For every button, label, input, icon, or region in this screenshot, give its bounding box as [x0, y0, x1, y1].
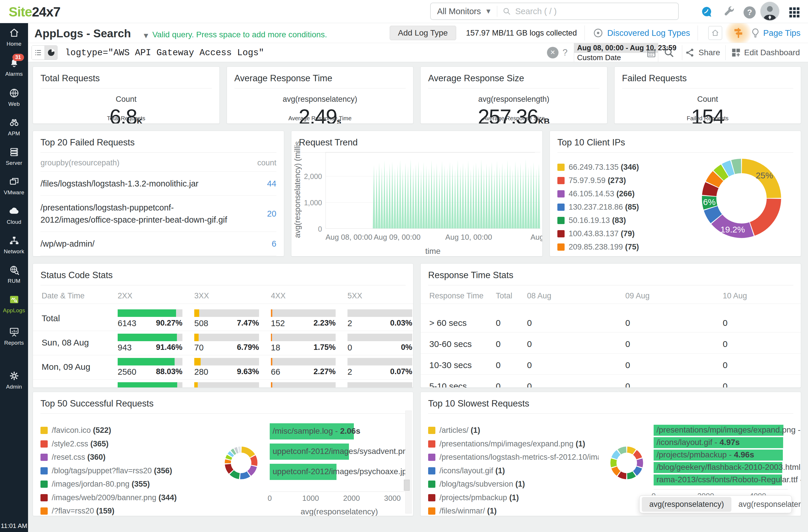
add-log-type-button[interactable]: Add Log Type [390, 26, 456, 40]
legend-item[interactable]: /reset.css (360) [40, 453, 106, 462]
list-view-button[interactable] [32, 46, 44, 59]
donut-slice[interactable] [233, 451, 235, 453]
failed-request-count-link[interactable]: 44 [267, 179, 276, 188]
legend-item[interactable]: /projects/pmbackup (1) [428, 493, 519, 502]
chevron-down-icon[interactable]: ▼ [485, 7, 497, 15]
donut-slice[interactable] [709, 185, 712, 196]
donut-slice[interactable] [239, 450, 240, 450]
legend-item[interactable]: 75.97.9.59 (273) [557, 176, 626, 185]
donut-slice[interactable] [619, 474, 626, 476]
whats-new-icon[interactable] [700, 5, 713, 19]
legend-item[interactable]: 50.16.19.13 (83) [557, 216, 626, 225]
page-tips-link[interactable]: Page Tips [763, 28, 801, 38]
chart-view-button[interactable] [44, 46, 57, 59]
slowest-body-donut[interactable] [608, 444, 645, 482]
donut-slice[interactable] [236, 450, 238, 451]
failed-request-count-link[interactable]: 6 [272, 239, 276, 249]
donut-slice[interactable] [253, 457, 254, 465]
sidebar-item-admin[interactable]: Admin [0, 370, 28, 390]
donut-slice[interactable] [228, 456, 229, 459]
avatar[interactable] [760, 2, 779, 21]
scrollbar-handle[interactable] [404, 480, 410, 491]
donut-slice[interactable] [733, 166, 741, 167]
app-grid-icon[interactable] [788, 6, 801, 19]
sidebar-item-home[interactable]: Home [0, 27, 28, 47]
metric-option-selected[interactable]: avg(responselatency) [642, 497, 731, 512]
donut-slice[interactable] [725, 167, 732, 170]
donut-slice[interactable] [627, 450, 634, 452]
sidebar-item-network[interactable]: Network [0, 235, 28, 255]
legend-item[interactable]: 100.43.83.137 (79) [557, 229, 635, 238]
sidebar-item-rum[interactable]: RUM [0, 264, 28, 284]
mini-donut-chart[interactable] [608, 444, 645, 482]
donut-slice[interactable] [613, 459, 614, 466]
legend-item[interactable]: /style2.css (365) [40, 439, 109, 448]
legend-item[interactable]: /articles/ (1) [428, 426, 480, 435]
date-range-picker[interactable]: Aug 08, 00:00 - Aug 10, 23:59 Custom Dat… [574, 43, 658, 62]
donut-slice[interactable] [719, 170, 725, 176]
donut-slice[interactable] [752, 199, 774, 229]
widget-status-code-stats: Status Code Stats Date & Time2XX3XX4XX5X… [33, 263, 414, 388]
edit-dashboard-button[interactable]: Edit Dashboard [731, 48, 800, 58]
sidebar-item-vmware[interactable]: VMware [0, 176, 28, 196]
donut-slice[interactable] [228, 464, 231, 472]
legend-item[interactable]: /?flav=rss20 (159) [40, 507, 114, 515]
failed-request-count-link[interactable]: 20 [267, 209, 276, 219]
mini-donut-chart[interactable] [222, 444, 260, 482]
legend-item[interactable]: /presentations/mpi/images/expand.png (1) [428, 439, 585, 448]
monitor-filter-dropdown[interactable]: All Monitors [431, 7, 485, 16]
scrollbar[interactable] [405, 410, 412, 513]
query-input[interactable]: logtype="AWS API Gateway Access Logs" [65, 48, 264, 58]
home-dashboard-icon[interactable] [708, 26, 722, 40]
legend-item[interactable]: /images/jordan-80.png (355) [40, 480, 150, 489]
site24x7-logo[interactable]: Site24x7 [9, 4, 60, 20]
donut-slice[interactable] [242, 450, 253, 456]
share-button[interactable]: Share [684, 47, 720, 58]
help-icon[interactable]: ? [743, 6, 756, 19]
legend-item[interactable]: 46.105.14.53 (266) [557, 189, 635, 198]
donut-slice[interactable] [619, 450, 626, 452]
clear-query-icon[interactable]: × [547, 47, 558, 58]
metric-option[interactable]: avg(responselatency) [731, 500, 801, 509]
tools-wrench-icon[interactable] [722, 5, 735, 19]
donut-slice[interactable] [614, 467, 619, 474]
donut-slice[interactable] [712, 176, 718, 184]
donut-slice[interactable] [635, 453, 639, 459]
donut-slice[interactable] [228, 460, 228, 463]
legend-item[interactable]: /files/winmar/ (1) [428, 507, 497, 515]
sidebar-item-server[interactable]: Server [0, 146, 28, 166]
donut-slice[interactable] [240, 474, 248, 476]
sidebar-item-apm[interactable]: APM [0, 117, 28, 137]
page-tips-signpost-icon[interactable] [725, 20, 752, 46]
request-trend-chart[interactable]: 01,0002,000avg(responselatency) (millis.… [291, 131, 542, 256]
donut-slice[interactable] [627, 474, 634, 476]
donut-slice[interactable] [249, 466, 254, 474]
sidebar-item-reports[interactable]: Reports [0, 326, 28, 346]
donut-slice[interactable] [614, 453, 619, 459]
legend-item[interactable]: /favicon.ico (522) [40, 426, 111, 435]
donut-slice[interactable] [230, 453, 232, 455]
sidebar-item-applogs[interactable]: AppLogs [0, 294, 28, 314]
title-caret-icon[interactable]: ▼ [142, 31, 150, 40]
sidebar-item-cloud[interactable]: Cloud [0, 205, 28, 225]
donut-slice[interactable] [640, 459, 640, 466]
legend-item[interactable]: /images/web/2009/banner.png (344) [40, 493, 177, 502]
search-input[interactable]: Search ( / ) [512, 7, 556, 16]
donut-slice[interactable] [232, 473, 239, 476]
legend-item[interactable]: 209.85.238.199 (75) [557, 243, 639, 252]
legend-item[interactable]: 130.237.218.86 (85) [557, 203, 639, 212]
sidebar-item-web[interactable]: Web [0, 87, 28, 107]
donut-slice[interactable] [635, 467, 639, 474]
discovered-log-types-link[interactable]: Discovered Log Types [607, 28, 690, 38]
donut-slice[interactable] [711, 208, 716, 219]
top50-body-donut[interactable] [222, 444, 260, 482]
query-help-icon[interactable]: ? [563, 48, 568, 58]
client-ips-donut-chart[interactable]: 25%19.2%6% [694, 151, 789, 249]
page-title[interactable]: AppLogs - Search [34, 27, 131, 40]
legend-item[interactable]: /blog/tags/subversion (1) [428, 480, 525, 489]
legend-item[interactable]: /icons/layout.gif (1) [428, 466, 505, 475]
legend-item[interactable]: /presentations/logstash-metrics-sf-2012.… [428, 453, 599, 462]
legend-item[interactable]: /blog/tags/puppet?flav=rss20 (356) [40, 466, 172, 475]
sidebar-item-alarms[interactable]: 31Alarms [0, 57, 28, 77]
legend-item[interactable]: 66.249.73.135 (346) [557, 163, 639, 172]
